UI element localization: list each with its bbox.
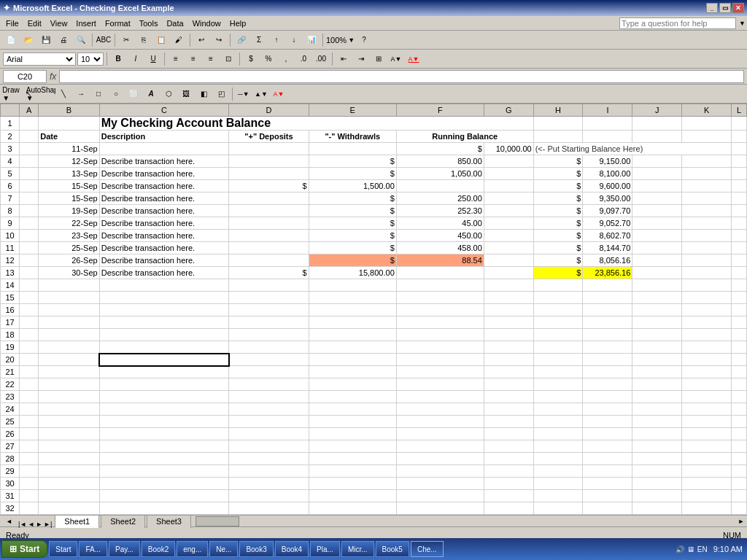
cell-d10[interactable] — [229, 230, 309, 242]
tab-first-button[interactable]: |◄ — [18, 521, 26, 528]
cell-b11[interactable]: 25-Sep — [39, 242, 100, 254]
bold-button[interactable]: B — [110, 52, 126, 66]
cell-b3[interactable]: 11-Sep — [39, 143, 100, 155]
wordart-button[interactable]: A — [143, 87, 159, 101]
scrollbar-thumb[interactable] — [196, 516, 239, 526]
cell-h3[interactable]: (<- Put Starting Balance Here) — [533, 143, 731, 155]
cell-e5[interactable]: $ — [309, 168, 396, 180]
zoom-dropdown-icon[interactable]: ▼ — [348, 36, 355, 44]
cell-c1[interactable]: My Checking Account Balance — [99, 117, 533, 131]
menu-insert[interactable]: Insert — [71, 16, 101, 30]
cell-f4[interactable]: 850.00 — [396, 155, 484, 168]
help-dropdown-icon[interactable]: ▼ — [739, 20, 746, 27]
increase-indent-button[interactable]: ⇥ — [353, 52, 369, 66]
copy-button[interactable]: ⎘ — [136, 33, 152, 47]
cell-b6[interactable]: 15-Sep — [39, 180, 100, 192]
line-color-button[interactable]: ─▼ — [236, 87, 252, 101]
cell-k6[interactable] — [682, 180, 732, 192]
menu-edit[interactable]: Edit — [23, 16, 46, 30]
cell-e3[interactable] — [309, 143, 396, 155]
taskbar-item-start[interactable]: Start — [49, 541, 77, 557]
col-header-l[interactable]: L — [732, 104, 747, 117]
cell-h8[interactable]: $ — [533, 205, 583, 217]
cell-j5[interactable] — [632, 168, 682, 180]
cell-i7[interactable]: 9,350.00 — [583, 192, 632, 205]
cell-b13[interactable]: 30-Sep — [39, 267, 100, 279]
font-selector[interactable]: Arial — [3, 52, 76, 66]
col-header-g[interactable]: G — [484, 104, 533, 117]
cell-j6[interactable] — [632, 180, 682, 192]
cell-g7[interactable] — [484, 192, 533, 205]
cell-c11[interactable]: Describe transaction here. — [99, 242, 228, 254]
print-button[interactable]: 🖨 — [55, 33, 71, 47]
cell-g8[interactable] — [484, 205, 533, 217]
cell-e2[interactable]: "-" Withdrawls — [309, 131, 396, 143]
cell-h1[interactable] — [533, 117, 583, 131]
cell-k10[interactable] — [682, 230, 732, 242]
cell-b1[interactable] — [39, 117, 100, 131]
fill-color-button[interactable]: A▼ — [388, 52, 404, 66]
cell-f7[interactable]: 250.00 — [396, 192, 484, 205]
cell-c20[interactable] — [99, 354, 228, 366]
cell-c13[interactable]: Describe transaction here. — [99, 267, 228, 279]
cell-a12[interactable] — [20, 254, 39, 267]
cell-g12[interactable] — [484, 254, 533, 267]
col-header-f[interactable]: F — [396, 104, 484, 117]
cell-i14[interactable] — [583, 279, 632, 292]
cell-h13[interactable]: $ — [533, 267, 583, 279]
tab-last-button[interactable]: ►| — [44, 521, 52, 528]
cell-e12[interactable]: $ — [309, 254, 396, 267]
paste-button[interactable]: 📋 — [153, 33, 169, 47]
cell-i5[interactable]: 8,100.00 — [583, 168, 632, 180]
cell-l6[interactable] — [732, 180, 747, 192]
cell-b10[interactable]: 23-Sep — [39, 230, 100, 242]
taskbar-item-eng[interactable]: eng... — [177, 541, 208, 557]
cell-a10[interactable] — [20, 230, 39, 242]
cell-a4[interactable] — [20, 155, 39, 168]
cell-l4[interactable] — [732, 155, 747, 168]
cell-c14[interactable] — [99, 279, 228, 292]
cell-e13[interactable]: 15,800.00 — [309, 267, 396, 279]
cell-j12[interactable] — [632, 254, 682, 267]
cell-c2[interactable]: Description — [99, 131, 228, 143]
italic-button[interactable]: I — [128, 52, 144, 66]
cell-l7[interactable] — [732, 192, 747, 205]
cell-h6[interactable]: $ — [533, 180, 583, 192]
cell-d3[interactable] — [229, 143, 309, 155]
cell-i9[interactable]: 9,052.70 — [583, 217, 632, 230]
start-button[interactable]: ⊞ Start — [1, 540, 47, 558]
undo-button[interactable]: ↩ — [193, 33, 209, 47]
increase-decimal-button[interactable]: .0 — [295, 52, 311, 66]
cell-d14[interactable] — [229, 279, 309, 292]
fill-button[interactable]: ▲▼ — [253, 87, 269, 101]
align-right-button[interactable]: ≡ — [203, 52, 219, 66]
cell-e8[interactable]: $ — [309, 205, 396, 217]
cell-c10[interactable]: Describe transaction here. — [99, 230, 228, 242]
col-header-d[interactable]: D — [229, 104, 309, 117]
rectangle-button[interactable]: □ — [90, 87, 107, 101]
shadow-button[interactable]: ◧ — [196, 87, 212, 101]
menu-help[interactable]: Help — [225, 16, 251, 30]
cell-g10[interactable] — [484, 230, 533, 242]
cell-b9[interactable]: 22-Sep — [39, 217, 100, 230]
cell-f9[interactable]: 45.00 — [396, 217, 484, 230]
align-left-button[interactable]: ≡ — [168, 52, 184, 66]
cell-e11[interactable]: $ — [309, 242, 396, 254]
cell-g4[interactable] — [484, 155, 533, 168]
cell-l14[interactable] — [732, 279, 747, 292]
cell-c8[interactable]: Describe transaction here. — [99, 205, 228, 217]
cell-k5[interactable] — [682, 168, 732, 180]
cell-j4[interactable] — [632, 155, 682, 168]
cell-i1[interactable] — [583, 117, 632, 131]
percent-button[interactable]: % — [260, 52, 276, 66]
cell-g5[interactable] — [484, 168, 533, 180]
chart-wizard-button[interactable]: 📊 — [303, 33, 320, 47]
cell-a5[interactable] — [20, 168, 39, 180]
cell-f14[interactable] — [396, 279, 484, 292]
col-header-j[interactable]: J — [632, 104, 682, 117]
cell-i13[interactable]: 23,856.16 — [583, 267, 632, 279]
cell-j13[interactable] — [632, 267, 682, 279]
cell-l5[interactable] — [732, 168, 747, 180]
cell-a7[interactable] — [20, 192, 39, 205]
cell-d4[interactable] — [229, 155, 309, 168]
